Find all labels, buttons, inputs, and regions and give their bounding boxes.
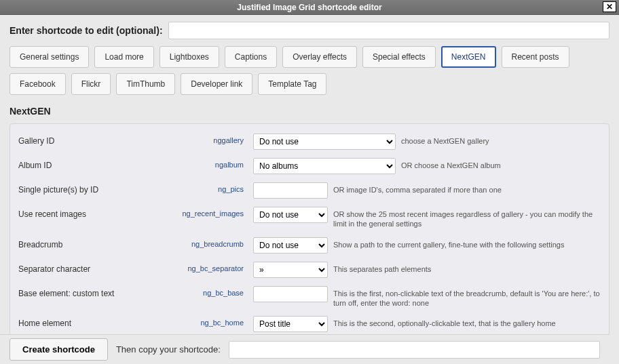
setting-label: Breadcrumb	[18, 237, 147, 249]
setting-row-ng_bc_separator: Separator characterng_bc_separator»This …	[18, 258, 601, 282]
create-shortcode-button[interactable]: Create shortcode	[10, 338, 108, 361]
setting-row-ng_recent_images: Use recent imagesng_recent_imagesDo not …	[18, 203, 601, 233]
tab-template-tag[interactable]: Template Tag	[258, 73, 326, 95]
select-ngalbum[interactable]: No albums	[253, 158, 396, 174]
setting-param: ng_breadcrumb	[153, 237, 248, 248]
setting-label: Home element	[18, 316, 147, 328]
body: Enter shortcode to edit (optional): Gene…	[0, 15, 619, 364]
setting-control-wrap: Do not use	[253, 134, 396, 150]
tab-special-effects[interactable]: Special effects	[362, 46, 436, 68]
setting-description: This is the second, optionally-clickable…	[333, 316, 601, 328]
setting-param: nggallery	[153, 134, 248, 144]
setting-row-ngalbum: Album IDngalbumNo albumsOR choose a Next…	[18, 154, 601, 178]
setting-param: ng_bc_separator	[153, 262, 248, 272]
setting-control-wrap: Do not use	[253, 237, 328, 254]
select-ng_bc_separator[interactable]: »	[253, 262, 328, 278]
tab-captions[interactable]: Captions	[225, 46, 277, 68]
window-title: Justified Image Grid shortcode editor	[237, 3, 381, 12]
tab-lightboxes[interactable]: Lightboxes	[160, 46, 219, 68]
tab-general-settings[interactable]: General settings	[10, 46, 89, 68]
setting-row-ng_bc_home: Home elementng_bc_homePost titleThis is …	[18, 312, 601, 336]
setting-label: Base element: custom text	[18, 286, 147, 298]
tab-load-more[interactable]: Load more	[94, 46, 153, 68]
setting-description: OR image ID's, comma separated if more t…	[333, 182, 601, 195]
copy-shortcode-label: Then copy your shortcode:	[116, 344, 221, 355]
scroll-area[interactable]: Enter shortcode to edit (optional): Gene…	[0, 15, 619, 364]
setting-control-wrap: Post title	[253, 316, 328, 332]
setting-param: ng_bc_home	[153, 316, 248, 327]
setting-param: ng_recent_images	[153, 207, 248, 218]
section-title: NextGEN	[10, 106, 609, 117]
enter-shortcode-row: Enter shortcode to edit (optional):	[10, 22, 609, 39]
tab-overlay-effects[interactable]: Overlay effects	[282, 46, 357, 68]
footer: Create shortcode Then copy your shortcod…	[0, 334, 609, 364]
input-ng_bc_base[interactable]	[253, 286, 328, 302]
setting-row-nggallery: Gallery IDnggalleryDo not usechoose a Ne…	[18, 129, 601, 154]
setting-param: ngalbum	[153, 158, 248, 169]
setting-label: Gallery ID	[18, 134, 147, 146]
select-ng_breadcrumb[interactable]: Do not use	[253, 237, 328, 254]
tab-facebook[interactable]: Facebook	[10, 73, 66, 95]
tab-bar: General settingsLoad moreLightboxesCapti…	[10, 46, 609, 95]
tab-flickr[interactable]: Flickr	[71, 73, 111, 95]
tab-nextgen[interactable]: NextGEN	[441, 46, 496, 68]
setting-param: ng_pics	[153, 182, 248, 193]
setting-row-ng_breadcrumb: Breadcrumbng_breadcrumbDo not useShow a …	[18, 233, 601, 258]
close-icon[interactable]: ✕	[603, 1, 616, 12]
setting-description: choose a NextGEN gallery	[401, 134, 601, 146]
setting-control-wrap	[253, 182, 328, 199]
setting-label: Album ID	[18, 158, 147, 170]
titlebar: Justified Image Grid shortcode editor ✕	[0, 0, 619, 15]
select-ng_bc_home[interactable]: Post title	[253, 316, 328, 332]
editor-window: Justified Image Grid shortcode editor ✕ …	[0, 0, 619, 364]
select-nggallery[interactable]: Do not use	[253, 134, 396, 150]
tab-developer-link[interactable]: Developer link	[181, 73, 252, 95]
input-ng_pics[interactable]	[253, 182, 328, 199]
setting-description: This is the first, non-clickable text of…	[333, 286, 601, 308]
select-ng_recent_images[interactable]: Do not use	[253, 207, 328, 223]
setting-description: OR show the 25 most recent images regard…	[333, 207, 601, 229]
enter-shortcode-label: Enter shortcode to edit (optional):	[10, 25, 163, 36]
setting-control-wrap: No albums	[253, 158, 396, 174]
setting-label: Separator character	[18, 262, 147, 274]
setting-row-ng_pics: Single picture(s) by IDng_picsOR image I…	[18, 178, 601, 203]
output-shortcode-input[interactable]	[229, 341, 600, 359]
setting-description: This separates path elements	[333, 262, 601, 274]
setting-control-wrap	[253, 286, 328, 302]
setting-control-wrap: Do not use	[253, 207, 328, 223]
setting-param: ng_bc_base	[153, 286, 248, 297]
tab-recent-posts[interactable]: Recent posts	[502, 46, 569, 68]
setting-description: OR choose a NextGEN album	[401, 158, 601, 170]
setting-control-wrap: »	[253, 262, 328, 278]
settings-panel: Gallery IDnggalleryDo not usechoose a Ne…	[10, 123, 609, 364]
setting-label: Use recent images	[18, 207, 147, 219]
setting-label: Single picture(s) by ID	[18, 182, 147, 195]
tab-timthumb[interactable]: TimThumb	[116, 73, 175, 95]
setting-row-ng_bc_base: Base element: custom textng_bc_baseThis …	[18, 282, 601, 312]
enter-shortcode-input[interactable]	[168, 22, 609, 39]
setting-description: Show a path to the current gallery, fine…	[333, 237, 601, 249]
